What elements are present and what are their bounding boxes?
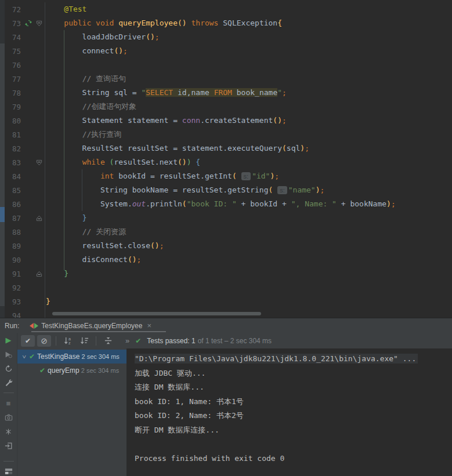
rerun-failed-tests-icon[interactable] xyxy=(4,350,13,359)
editor-gutter[interactable]: 72 xyxy=(5,2,45,16)
code-line[interactable]: 81 //执行查询 xyxy=(5,128,452,141)
editor-gutter[interactable]: 75 xyxy=(5,44,45,58)
code-token: void xyxy=(96,19,118,27)
scrollbar-thumb[interactable] xyxy=(0,43,5,306)
show-passed-button[interactable]: ✔ xyxy=(21,335,35,347)
code-line[interactable]: 92 xyxy=(5,281,452,295)
code-line[interactable]: 90 disConnect(); xyxy=(5,253,452,267)
sort-by-duration-button[interactable] xyxy=(77,335,91,347)
test-settings-icon[interactable] xyxy=(4,378,13,387)
run-console[interactable]: "D:\Program Files\Java\jdk8u221\jdk1.8.0… xyxy=(126,348,452,476)
code-line[interactable]: 72 @Test xyxy=(5,2,452,16)
code-line[interactable]: 93} xyxy=(5,295,452,308)
line-number[interactable]: 92 xyxy=(7,284,21,292)
line-number[interactable]: 94 xyxy=(7,311,21,318)
code-line[interactable]: 83 while (resultSet.next()) { xyxy=(5,155,452,169)
line-number[interactable]: 87 xyxy=(7,214,21,223)
layout-icon[interactable] xyxy=(4,467,13,476)
editor-gutter[interactable]: 80 xyxy=(5,114,45,128)
code-line[interactable]: 80 Statement statement = conn.createStat… xyxy=(5,114,452,128)
sort-alphabetically-button[interactable]: az xyxy=(61,335,75,347)
code-line[interactable]: 89 resultSet.close(); xyxy=(5,239,452,253)
import-exit-icon[interactable] xyxy=(4,441,13,450)
test-tree-row[interactable]: ✔queryEmp2 sec 304 ms xyxy=(17,364,126,377)
fold-marker-icon[interactable] xyxy=(34,16,44,30)
test-tree[interactable]: >✔TestKingBase2 sec 304 ms✔queryEmp2 sec… xyxy=(17,348,126,476)
more-actions-chevron[interactable]: » xyxy=(125,336,129,345)
rerun-icon[interactable]: ▶ xyxy=(4,336,13,345)
fold-marker-icon[interactable] xyxy=(34,267,44,281)
line-number[interactable]: 79 xyxy=(7,103,21,111)
code-line[interactable]: 76 xyxy=(5,58,452,72)
code-line[interactable]: 86 System.out.println("book ID: " + book… xyxy=(5,197,452,211)
editor-gutter[interactable]: 93 xyxy=(5,295,45,308)
line-number[interactable]: 72 xyxy=(7,5,21,14)
editor-gutter[interactable]: 76 xyxy=(5,58,45,72)
stop-icon[interactable]: ■ xyxy=(4,399,13,408)
editor-gutter[interactable]: 77 xyxy=(5,72,45,86)
run-tab[interactable]: TestKingBaseEs.queryEmployee × xyxy=(30,321,151,330)
editor-gutter[interactable]: 89 xyxy=(5,239,45,253)
line-number[interactable]: 73 xyxy=(7,19,21,28)
code-line[interactable]: 85 String bookName = resultSet.getString… xyxy=(5,183,452,197)
code-editor[interactable]: 72 @Test73 public void queryEmployee() t… xyxy=(0,0,452,318)
line-number[interactable]: 85 xyxy=(7,186,21,195)
close-icon[interactable]: × xyxy=(147,321,151,330)
editor-gutter[interactable]: 92 xyxy=(5,281,45,295)
test-tree-row[interactable]: >✔TestKingBase2 sec 304 ms xyxy=(17,350,126,364)
editor-gutter[interactable]: 84 xyxy=(5,169,45,183)
editor-gutter[interactable]: 94 xyxy=(5,308,45,318)
line-number[interactable]: 76 xyxy=(7,61,21,70)
code-line[interactable]: 73 public void queryEmployee() throws SQ… xyxy=(5,16,452,30)
fold-marker-icon[interactable] xyxy=(34,211,44,225)
code-line[interactable]: 78 String sql = "SELECT id,name FROM boo… xyxy=(5,86,452,100)
line-number[interactable]: 89 xyxy=(7,242,21,250)
editor-gutter[interactable]: 83 xyxy=(5,155,45,169)
line-number[interactable]: 74 xyxy=(7,33,21,42)
chevron-down-icon[interactable]: > xyxy=(21,353,27,361)
line-number[interactable]: 80 xyxy=(7,117,21,125)
editor-gutter[interactable]: 88 xyxy=(5,225,45,239)
editor-gutter[interactable]: 74 xyxy=(5,30,45,44)
editor-gutter[interactable]: 81 xyxy=(5,128,45,141)
editor-horizontal-scrollbar[interactable] xyxy=(52,312,261,315)
line-number[interactable]: 83 xyxy=(7,158,21,167)
run-test-gutter-icon[interactable] xyxy=(23,16,34,30)
editor-gutter[interactable]: 87 xyxy=(5,211,45,225)
fold-marker-icon[interactable] xyxy=(34,155,44,169)
line-number[interactable]: 78 xyxy=(7,89,21,97)
editor-gutter[interactable]: 73 xyxy=(5,16,45,30)
line-number[interactable]: 88 xyxy=(7,228,21,237)
code-line[interactable]: 79 //创建语句对象 xyxy=(5,100,452,114)
code-line[interactable]: 88 // 关闭资源 xyxy=(5,225,452,239)
code-line[interactable]: 84 int bookId = resultSet.getInt( s:"id"… xyxy=(5,169,452,183)
line-number[interactable]: 75 xyxy=(7,47,21,56)
line-number[interactable]: 81 xyxy=(7,130,21,139)
thread-dump-icon[interactable] xyxy=(4,413,13,422)
editor-gutter[interactable]: 86 xyxy=(5,197,45,211)
editor-left-scrollbar[interactable] xyxy=(0,0,5,318)
line-number[interactable]: 93 xyxy=(7,297,21,306)
line-number[interactable]: 91 xyxy=(7,270,21,278)
line-number[interactable]: 90 xyxy=(7,256,21,264)
editor-gutter[interactable]: 82 xyxy=(5,141,45,155)
code-line[interactable]: 75 connect(); xyxy=(5,44,452,58)
code-line[interactable]: 82 ResultSet resultSet = statement.execu… xyxy=(5,141,452,155)
no-events-icon[interactable] xyxy=(4,427,13,436)
expand-collapse-button[interactable] xyxy=(101,335,115,347)
editor-gutter[interactable]: 90 xyxy=(5,253,45,267)
line-number[interactable]: 82 xyxy=(7,144,21,153)
show-ignored-button[interactable]: ⊘ xyxy=(37,335,51,347)
editor-gutter[interactable]: 78 xyxy=(5,86,45,100)
code-line[interactable]: 74 loadJdbcDriver(); xyxy=(5,30,452,44)
code-line[interactable]: 77 // 查询语句 xyxy=(5,72,452,86)
editor-gutter[interactable]: 91 xyxy=(5,267,45,281)
rerun-automatically-icon[interactable] xyxy=(4,364,13,373)
line-number[interactable]: 86 xyxy=(7,200,21,209)
line-number[interactable]: 84 xyxy=(7,172,21,181)
code-line[interactable]: 91 } xyxy=(5,267,452,281)
line-number[interactable]: 77 xyxy=(7,75,21,83)
code-line[interactable]: 87 } xyxy=(5,211,452,225)
editor-gutter[interactable]: 79 xyxy=(5,100,45,114)
editor-gutter[interactable]: 85 xyxy=(5,183,45,197)
